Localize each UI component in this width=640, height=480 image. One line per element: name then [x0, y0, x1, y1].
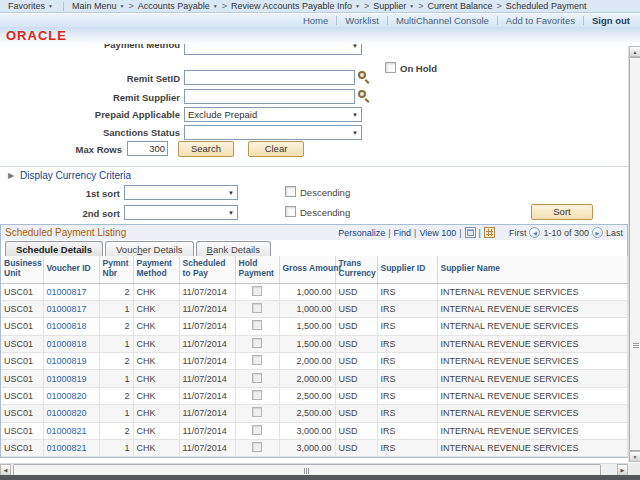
tab-schedule-details[interactable]: Schedule Details	[5, 241, 103, 256]
hold-payment-checkbox[interactable]	[252, 373, 262, 383]
hold-payment-checkbox[interactable]	[252, 390, 262, 400]
chevron-down-icon: ▼	[352, 112, 358, 118]
remit-supplier-input[interactable]	[184, 89, 355, 104]
last-label[interactable]: Last	[606, 228, 623, 238]
descending2-checkbox[interactable]	[285, 206, 296, 217]
voucher-id-link[interactable]: 01000820	[47, 391, 87, 401]
cell-scheduled-to-pay: 11/07/2014	[179, 387, 235, 404]
voucher-id-link[interactable]: 01000817	[47, 287, 87, 297]
listing-header-bar: Scheduled Payment Listing Personalize | …	[1, 225, 627, 240]
previous-page-button[interactable]: ◀	[529, 227, 540, 238]
view-100-link[interactable]: View 100	[419, 228, 456, 238]
hold-payment-checkbox[interactable]	[252, 303, 262, 313]
voucher-id-link[interactable]: 01000819	[47, 356, 87, 366]
voucher-id-link[interactable]: 01000818	[47, 339, 87, 349]
breadcrumb-item-main-menu[interactable]: Main Menu▼	[72, 1, 124, 11]
sanctions-status-dropdown[interactable]: ▼	[184, 125, 362, 140]
column-header-business-unit: Business Unit	[1, 256, 43, 283]
vertical-scrollbar[interactable]: ▲ ▼	[628, 46, 640, 462]
find-link[interactable]: Find	[394, 228, 412, 238]
horizontal-scrollbar[interactable]: ◀ ▶	[0, 463, 628, 475]
hold-payment-checkbox[interactable]	[252, 407, 262, 417]
breadcrumb-item-label: Scheduled Payment	[506, 1, 587, 11]
next-page-button[interactable]: ▶	[592, 227, 603, 238]
lookup-icon[interactable]	[358, 71, 371, 84]
prepaid-applicable-value: Exclude Prepaid	[188, 109, 257, 120]
breadcrumb-item-scheduled-payment[interactable]: Scheduled Payment	[506, 1, 587, 11]
cell-payment-method: CHK	[133, 405, 179, 422]
sort2-dropdown[interactable]: ▼	[124, 205, 238, 220]
breadcrumb-separator: >	[418, 1, 423, 11]
cell-supplier-id: IRS	[377, 440, 437, 457]
hold-payment-checkbox[interactable]	[252, 286, 262, 296]
header-link-worklist[interactable]: Worklist	[345, 15, 379, 26]
on-hold-checkbox[interactable]	[385, 62, 396, 73]
header-links-bar: HomeWorklistMultiChannel ConsoleAdd to F…	[0, 14, 640, 27]
expand-section-icon[interactable]: ▶	[8, 171, 14, 180]
header-link-multichannel-console[interactable]: MultiChannel Console	[396, 15, 489, 26]
cell-supplier-id: IRS	[377, 405, 437, 422]
divider: |	[459, 228, 461, 238]
cell-trans-currency: USD	[335, 370, 377, 387]
first-label[interactable]: First	[509, 228, 527, 238]
cell-trans-currency: USD	[335, 440, 377, 457]
header-link-add-to-favorites[interactable]: Add to Favorites	[506, 15, 575, 26]
hold-payment-checkbox[interactable]	[252, 442, 262, 452]
hold-payment-checkbox[interactable]	[252, 338, 262, 348]
cell-payment-method: CHK	[133, 370, 179, 387]
cell-supplier-id: IRS	[377, 422, 437, 439]
favorites-menu[interactable]: Favorites ▼	[0, 1, 61, 11]
hold-payment-checkbox[interactable]	[252, 320, 262, 330]
cell-supplier-id: IRS	[377, 318, 437, 335]
cell-scheduled-to-pay: 11/07/2014	[179, 318, 235, 335]
sort1-dropdown[interactable]: ▼	[124, 185, 238, 200]
sort-button[interactable]: Sort	[531, 204, 593, 220]
cell-payment-method: CHK	[133, 387, 179, 404]
vertical-scrollbar-thumb[interactable]	[629, 57, 640, 451]
cell-gross-amount: 1,500.00	[279, 318, 335, 335]
cell-hold-payment	[235, 335, 279, 352]
cell-pymnt-nbr: 2	[99, 318, 133, 335]
breadcrumb-item-supplier[interactable]: Supplier▼	[373, 1, 414, 11]
personalize-link[interactable]: Personalize	[338, 228, 385, 238]
cell-scheduled-to-pay: 11/07/2014	[179, 370, 235, 387]
voucher-id-link[interactable]: 01000821	[47, 426, 87, 436]
zoom-popup-icon[interactable]	[465, 227, 476, 238]
hold-payment-checkbox[interactable]	[252, 425, 262, 435]
breadcrumb-item-label: Main Menu	[72, 1, 117, 11]
scroll-up-button[interactable]: ▲	[629, 46, 640, 57]
descending1-checkbox[interactable]	[285, 186, 296, 197]
search-button[interactable]: Search	[178, 141, 234, 157]
cell-trans-currency: USD	[335, 335, 377, 352]
breadcrumb-item-accounts-payable[interactable]: Accounts Payable▼	[138, 1, 218, 11]
header-link-home[interactable]: Home	[303, 15, 328, 26]
max-rows-input[interactable]	[127, 141, 168, 156]
voucher-id-link[interactable]: 01000817	[47, 304, 87, 314]
cell-business-unit: USC01	[1, 300, 43, 317]
breadcrumb-item-current-balance[interactable]: Current Balance	[428, 1, 493, 11]
remit-setid-input[interactable]	[184, 70, 355, 85]
prepaid-applicable-dropdown[interactable]: Exclude Prepaid ▼	[184, 107, 362, 122]
scroll-down-button[interactable]: ▼	[629, 451, 640, 462]
breadcrumb-item-review-accounts-payable-info[interactable]: Review Accounts Payable Info▼	[231, 1, 360, 11]
cell-pymnt-nbr: 1	[99, 405, 133, 422]
lookup-icon[interactable]	[358, 90, 371, 103]
cell-payment-method: CHK	[133, 283, 179, 300]
listing-title: Scheduled Payment Listing	[5, 227, 126, 238]
chevron-down-icon: ▼	[48, 3, 53, 9]
table-row: USC01010008201CHK11/07/20142,500.00USDIR…	[1, 405, 627, 422]
download-grid-icon[interactable]	[484, 227, 495, 238]
payment-method-dropdown[interactable]: ▼	[184, 44, 362, 55]
voucher-id-link[interactable]: 01000818	[47, 321, 87, 331]
voucher-id-link[interactable]: 01000821	[47, 443, 87, 453]
voucher-id-link[interactable]: 01000819	[47, 374, 87, 384]
display-currency-criteria-title[interactable]: Display Currency Criteria	[20, 170, 131, 181]
tab-voucher-details[interactable]: Voucher Details	[105, 241, 194, 256]
table-row: USC01010008181CHK11/07/20141,500.00USDIR…	[1, 335, 627, 352]
voucher-id-link[interactable]: 01000820	[47, 408, 87, 418]
clear-button[interactable]: Clear	[248, 141, 304, 157]
table-row: USC01010008212CHK11/07/20143,000.00USDIR…	[1, 422, 627, 439]
hold-payment-checkbox[interactable]	[252, 355, 262, 365]
tab-bank-details[interactable]: Bank Details	[196, 241, 271, 256]
header-link-sign-out[interactable]: Sign out	[592, 15, 630, 26]
